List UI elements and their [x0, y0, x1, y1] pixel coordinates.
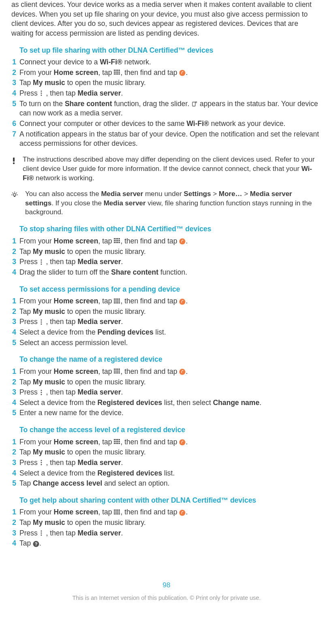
step-item: From your Home screen, tap , then find a… — [11, 237, 322, 246]
svg-point-90 — [41, 462, 42, 463]
svg-rect-63 — [119, 369, 120, 370]
svg-rect-83 — [119, 441, 120, 442]
section-heading: To change the access level of a register… — [11, 425, 322, 435]
copyright: This is an Internet version of this publ… — [11, 594, 322, 602]
menu-icon — [40, 460, 46, 465]
svg-rect-79 — [119, 439, 120, 440]
svg-rect-85 — [115, 443, 117, 444]
svg-rect-46 — [117, 299, 118, 300]
step-item: Press , then tap Media server. — [11, 529, 322, 538]
step-list: From your Home screen, tap , then find a… — [11, 237, 322, 277]
bold-text: Media server — [77, 388, 121, 396]
step-item: Select a device from the Registered devi… — [11, 469, 322, 478]
svg-line-27 — [16, 192, 17, 193]
bold-text: Home screen — [54, 68, 98, 77]
bold-text: Change access level — [33, 479, 102, 487]
step-item: To turn on the Share content function, d… — [11, 99, 322, 118]
share-icon — [191, 101, 198, 107]
bold-text: Media server — [77, 458, 121, 467]
svg-rect-20 — [14, 196, 15, 197]
svg-point-40 — [179, 239, 186, 245]
svg-point-107 — [41, 534, 42, 535]
warning-text: The instructions described above may dif… — [23, 155, 322, 183]
svg-rect-54 — [117, 302, 118, 303]
svg-rect-99 — [119, 511, 120, 512]
svg-rect-68 — [114, 372, 115, 373]
svg-rect-28 — [114, 238, 115, 239]
svg-rect-70 — [117, 372, 118, 373]
svg-rect-84 — [114, 443, 115, 444]
svg-rect-47 — [119, 299, 120, 300]
svg-rect-6 — [117, 72, 118, 73]
svg-rect-5 — [115, 72, 117, 73]
step-item: Select a device from the Registered devi… — [11, 398, 322, 408]
menu-icon — [40, 259, 46, 265]
step-item: Connect your computer or other devices t… — [11, 119, 322, 129]
svg-rect-93 — [115, 510, 117, 511]
bold-text: Media server — [101, 190, 143, 198]
svg-rect-7 — [119, 72, 120, 73]
bold-text: Home screen — [54, 508, 98, 516]
page-number: 98 — [11, 581, 322, 590]
svg-rect-32 — [114, 240, 115, 241]
step-item: From your Home screen, tap , then find a… — [11, 68, 322, 78]
bold-text: Pending devices — [98, 328, 154, 336]
bold-text: Wi-Fi® — [186, 119, 209, 128]
step-list: From your Home screen, tap , then find a… — [11, 437, 322, 488]
bold-text: My music — [33, 378, 65, 386]
section-heading: To set up file sharing with other DLNA C… — [11, 46, 322, 55]
svg-point-75 — [41, 394, 42, 395]
menu-icon — [40, 90, 46, 96]
svg-rect-67 — [119, 371, 120, 372]
svg-rect-77 — [115, 439, 117, 440]
step-item: From your Home screen, tap , then find a… — [11, 296, 322, 306]
svg-rect-78 — [117, 439, 118, 440]
svg-rect-101 — [115, 513, 117, 514]
svg-rect-95 — [119, 510, 120, 511]
svg-rect-39 — [119, 242, 120, 243]
svg-rect-96 — [114, 511, 115, 512]
bold-text: Media server — [104, 199, 146, 207]
bold-text: Media server settings — [25, 190, 292, 207]
step-item: Tap My music to open the music library. — [11, 377, 322, 387]
svg-rect-10 — [117, 73, 118, 75]
svg-point-58 — [41, 321, 42, 322]
svg-rect-81 — [115, 441, 117, 442]
walkman-icon — [179, 70, 186, 75]
step-item: A notification appears in the status bar… — [11, 130, 322, 149]
svg-rect-37 — [115, 242, 117, 243]
bold-text: More… — [219, 190, 242, 198]
svg-rect-66 — [117, 371, 118, 372]
section-heading: To set access permissions for a pending … — [11, 285, 322, 294]
walkman-icon — [179, 238, 186, 244]
svg-rect-16 — [192, 102, 195, 106]
svg-rect-71 — [119, 372, 120, 373]
svg-point-91 — [41, 464, 42, 465]
svg-point-12 — [179, 70, 186, 76]
svg-point-88 — [179, 439, 186, 446]
warning-note: The instructions described above may dif… — [11, 155, 322, 183]
bulb-icon — [11, 192, 18, 197]
bold-text: Home screen — [54, 367, 98, 375]
step-item: From your Home screen, tap , then find a… — [11, 437, 322, 447]
svg-rect-102 — [117, 513, 118, 514]
svg-rect-69 — [115, 372, 117, 373]
walkman-icon — [179, 439, 186, 445]
svg-text:?: ? — [35, 542, 38, 546]
intro-paragraph: as client devices. Your device works as … — [11, 0, 322, 38]
svg-point-18 — [13, 162, 15, 164]
svg-point-89 — [41, 460, 42, 461]
tip-note: You can also access the Media server men… — [11, 190, 322, 218]
svg-point-15 — [41, 95, 42, 96]
bold-text: Home screen — [54, 297, 98, 305]
bold-text: My music — [33, 448, 65, 456]
svg-rect-82 — [117, 441, 118, 442]
svg-point-106 — [41, 532, 42, 533]
apps-icon — [114, 510, 120, 515]
svg-rect-65 — [115, 371, 117, 372]
svg-point-104 — [179, 510, 186, 516]
bold-text: Share content — [111, 268, 158, 276]
help-icon: ? — [33, 541, 39, 546]
svg-rect-94 — [117, 510, 118, 511]
svg-rect-61 — [115, 369, 117, 370]
